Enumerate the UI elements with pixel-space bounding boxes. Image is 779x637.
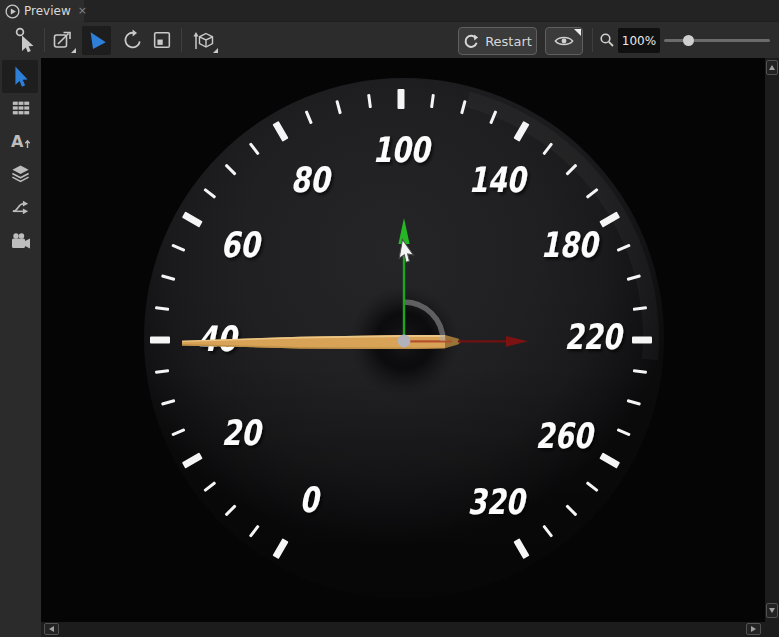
svg-text:260: 260 (536, 416, 596, 456)
connections-icon (10, 197, 31, 218)
orientation-tool-button[interactable] (189, 22, 218, 58)
layers-icon (10, 163, 31, 184)
svg-text:320: 320 (468, 482, 528, 522)
svg-text:100: 100 (373, 130, 433, 170)
preview-canvas[interactable]: 020406080100140180220260320 (41, 58, 766, 622)
scroll-down-icon (769, 608, 775, 613)
tab-title: Preview (24, 0, 71, 22)
dropdown-corner-icon (213, 48, 218, 53)
sidebar-item-camera[interactable] (0, 224, 41, 257)
pick-tool-button[interactable] (8, 22, 40, 58)
camera-icon (10, 230, 32, 252)
horizontal-scrollbar[interactable] (41, 622, 765, 637)
scroll-down-button[interactable] (766, 603, 778, 618)
scroll-left-button[interactable] (44, 623, 59, 635)
left-toolbar: A (0, 58, 41, 637)
sidebar-item-layers[interactable] (0, 157, 41, 190)
svg-text:40: 40 (198, 319, 240, 359)
svg-text:20: 20 (222, 413, 264, 453)
svg-text:220: 220 (565, 317, 625, 357)
transform-tool-button[interactable] (49, 22, 76, 58)
dropdown-notch-icon (574, 29, 581, 36)
table-icon (11, 98, 31, 118)
sidebar-item-selection[interactable] (2, 60, 38, 93)
svg-text:60: 60 (221, 225, 263, 265)
svg-text:80: 80 (291, 160, 333, 200)
magnifier-icon (599, 32, 615, 48)
zoom-indicator (597, 22, 617, 58)
zoom-level: 100% (618, 28, 660, 53)
cursor-icon (9, 64, 31, 90)
sidebar-item-connections[interactable] (0, 191, 41, 224)
scroll-up-icon (769, 65, 775, 70)
sidebar-item-table-view[interactable] (0, 91, 41, 124)
toolbar: Restart 100% (0, 22, 779, 58)
svg-text:0: 0 (300, 480, 322, 520)
scale-tool-button[interactable] (148, 22, 175, 58)
tab-bar: Preview × (0, 0, 779, 22)
eye-icon (554, 34, 574, 48)
rotate-tool-button[interactable] (119, 22, 146, 58)
tab-close-icon[interactable]: × (78, 1, 87, 21)
dropdown-corner-icon (71, 48, 76, 53)
scale-icon (151, 29, 173, 51)
selection-tool-icon (85, 29, 109, 53)
text-tool-icon: A (10, 130, 32, 152)
scrollbar-corner (765, 622, 779, 637)
sidebar-item-text[interactable]: A (0, 124, 41, 157)
slider-thumb[interactable] (683, 35, 694, 46)
toolbar-separator (44, 28, 45, 52)
zoom-slider[interactable] (664, 22, 770, 58)
scroll-left-icon (49, 626, 54, 632)
svg-text:140: 140 (469, 160, 529, 200)
scroll-right-icon (751, 626, 756, 632)
restart-label: Restart (485, 34, 532, 49)
pick-cursor-icon (11, 26, 38, 54)
scroll-right-button[interactable] (746, 623, 761, 635)
play-circle-icon (5, 4, 20, 19)
selection-tool-button[interactable] (82, 26, 111, 55)
rotate-icon (121, 28, 145, 52)
tab-preview[interactable]: Preview × (0, 0, 84, 22)
svg-text:A: A (11, 132, 24, 151)
gauge-svg: 020406080100140180220260320 (41, 58, 766, 622)
scroll-up-button[interactable] (766, 60, 778, 75)
restart-button[interactable]: Restart (458, 27, 537, 55)
toolbar-separator (181, 28, 182, 52)
slider-track[interactable] (664, 39, 770, 42)
toolbar-separator (592, 28, 593, 52)
restart-icon (463, 33, 479, 49)
vertical-scrollbar[interactable] (765, 58, 779, 622)
visibility-button[interactable] (545, 27, 583, 55)
preview-window: Preview × (0, 0, 779, 637)
svg-text:180: 180 (541, 225, 601, 265)
